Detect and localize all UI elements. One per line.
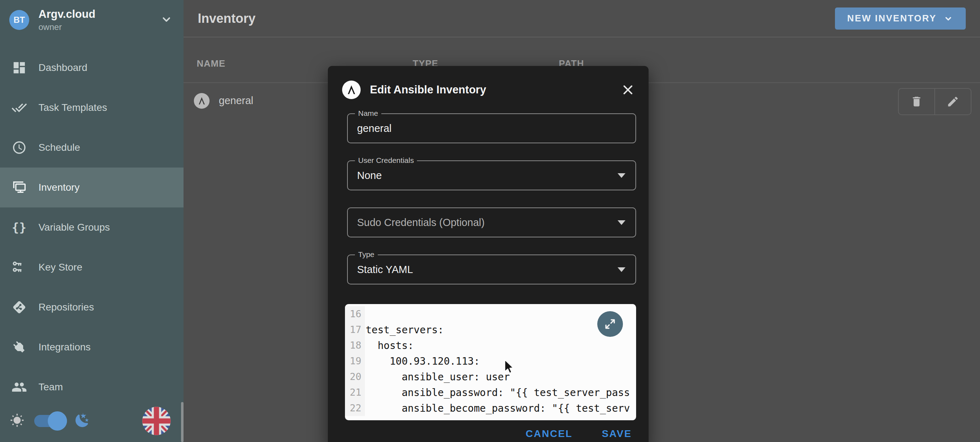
name-field-value: general [357, 122, 391, 134]
line-code: ansible_password: "{{ test_server_pass [365, 387, 630, 399]
close-icon[interactable] [622, 83, 634, 96]
line-number: 20 [345, 369, 365, 385]
expand-editor-button[interactable] [597, 311, 623, 337]
sidebar-item-integrations[interactable]: Integrations [0, 327, 183, 367]
new-inventory-button[interactable]: NEW INVENTORY [835, 8, 966, 30]
done-all-icon [11, 99, 28, 116]
type-value: Static YAML [357, 264, 413, 275]
page-title: Inventory [198, 11, 256, 26]
dropdown-arrow-icon [617, 267, 625, 272]
dialog-title: Edit Ansible Inventory [370, 83, 486, 96]
sudo-credentials-select[interactable]: Sudo Credentials (Optional) [347, 207, 636, 237]
user-credentials-label: User Credentials [355, 156, 417, 165]
project-switcher[interactable]: BT Argv.cloud owner [0, 0, 183, 34]
type-label: Type [355, 250, 378, 259]
editor-line: 22 ansible_become_password: "{{ test_ser… [345, 400, 636, 416]
power-plug-icon [11, 339, 28, 356]
editor-line: 18 hosts: [345, 337, 636, 353]
code-braces-icon: {} [11, 219, 28, 236]
sidebar-item-dashboard[interactable]: Dashboard [0, 48, 183, 88]
line-number: 16 [345, 306, 365, 322]
line-number: 19 [345, 353, 365, 369]
sidebar-nav: Dashboard Task Templates Schedule Inve [0, 48, 183, 407]
dialog-actions: CANCEL SAVE [526, 428, 632, 439]
column-header-name: NAME [197, 58, 226, 69]
expand-arrows-icon [603, 317, 617, 331]
sidebar-item-team[interactable]: Team [0, 367, 183, 407]
dropdown-arrow-icon [617, 173, 625, 178]
people-icon [11, 378, 28, 396]
language-flag-uk[interactable] [142, 407, 171, 435]
light-mode-sun-icon [10, 413, 24, 429]
sidebar-item-label: Variable Groups [38, 222, 110, 233]
sidebar-item-label: Repositories [38, 302, 94, 313]
edit-inventory-dialog: Edit Ansible Inventory Name general User… [328, 66, 649, 442]
row-action-group [898, 88, 972, 115]
sidebar-footer [0, 404, 183, 442]
clock-icon [11, 139, 28, 156]
editor-line: 21 ansible_password: "{{ test_server_pas… [345, 385, 636, 400]
line-code: ansible_user: user [365, 371, 510, 383]
sidebar: BT Argv.cloud owner Dashboard Task Templ… [0, 0, 183, 442]
edit-button[interactable] [934, 89, 971, 114]
name-field-label: Name [355, 109, 381, 118]
sidebar-item-label: Task Templates [38, 102, 107, 113]
line-number: 18 [345, 337, 365, 353]
sidebar-item-label: Key Store [38, 262, 82, 273]
line-code: ansible_become_password: "{{ test_serv [365, 402, 630, 414]
sidebar-item-label: Integrations [38, 342, 91, 353]
line-code: 100.93.120.113: [365, 355, 480, 367]
sidebar-item-task-templates[interactable]: Task Templates [0, 88, 183, 127]
ansible-icon [194, 93, 210, 109]
sidebar-item-repositories[interactable]: Repositories [0, 287, 183, 327]
sidebar-item-label: Schedule [38, 142, 80, 153]
editor-lines: 16 17 test_servers: 18 hosts: 19 100.93.… [345, 304, 636, 416]
user-credentials-select[interactable]: User Credentials None [347, 161, 636, 190]
line-number: 17 [345, 322, 365, 337]
user-credentials-value: None [357, 170, 382, 181]
git-icon [11, 299, 28, 316]
type-select[interactable]: Type Static YAML [347, 254, 636, 285]
app-bar: Inventory NEW INVENTORY [183, 0, 980, 37]
avatar: BT [9, 10, 29, 30]
ansible-icon [342, 81, 361, 99]
editor-line: 17 test_servers: [345, 322, 636, 337]
trash-icon [910, 95, 923, 108]
dialog-header: Edit Ansible Inventory [328, 66, 649, 113]
line-number: 21 [345, 385, 365, 400]
editor-line: 19 100.93.120.113: [345, 353, 636, 369]
save-button[interactable]: SAVE [602, 428, 632, 439]
editor-line: 16 [345, 306, 636, 322]
line-number: 22 [345, 400, 365, 416]
line-code: test_servers: [365, 324, 444, 336]
sidebar-item-label: Inventory [38, 182, 80, 193]
sidebar-item-variable-groups[interactable]: {} Variable Groups [0, 207, 183, 247]
sudo-credentials-placeholder: Sudo Credentials (Optional) [357, 217, 485, 229]
yaml-code-editor[interactable]: 16 17 test_servers: 18 hosts: 19 100.93.… [345, 304, 636, 420]
pencil-icon [947, 95, 959, 108]
delete-button[interactable] [899, 89, 934, 114]
sidebar-item-label: Team [38, 382, 63, 393]
dropdown-arrow-icon [617, 220, 625, 225]
project-name: Argv.cloud [38, 8, 95, 21]
cancel-button[interactable]: CANCEL [526, 428, 573, 439]
toggle-knob[interactable] [48, 411, 67, 431]
keys-icon [11, 259, 28, 276]
chevron-down-icon [943, 13, 954, 24]
dark-mode-moon-icon [74, 412, 91, 430]
dark-mode-toggle[interactable] [34, 415, 67, 427]
name-field[interactable]: Name general [347, 113, 636, 143]
sidebar-scrollbar[interactable] [181, 402, 183, 442]
editor-line: 20 ansible_user: user [345, 369, 636, 385]
sidebar-item-inventory[interactable]: Inventory [0, 167, 183, 207]
line-code: hosts: [365, 340, 414, 351]
sidebar-item-key-store[interactable]: Key Store [0, 247, 183, 287]
project-role: owner [38, 22, 95, 32]
monitor-multiple-icon [11, 179, 28, 196]
sidebar-item-schedule[interactable]: Schedule [0, 127, 183, 167]
inventory-row-name: general [219, 95, 253, 107]
chevron-down-icon[interactable] [159, 12, 173, 28]
sidebar-item-label: Dashboard [38, 62, 87, 73]
new-inventory-label: NEW INVENTORY [847, 13, 937, 24]
dashboard-icon [11, 59, 28, 76]
